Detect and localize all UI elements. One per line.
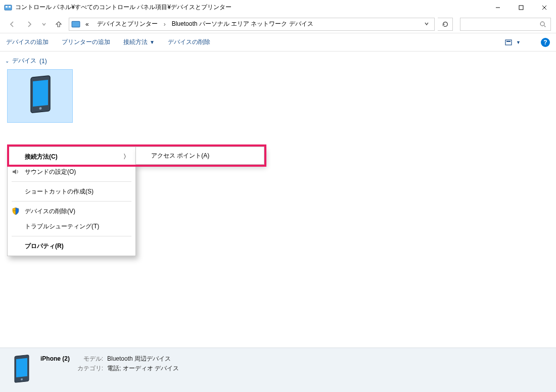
details-info: iPhone (2) モデル: Bluetooth 周辺デバイス カテゴリ: 電… <box>40 352 179 373</box>
window-controls <box>486 0 556 15</box>
up-button[interactable] <box>52 17 66 31</box>
device-item-iphone[interactable] <box>7 69 73 123</box>
window-title: コントロール パネル¥すべてのコントロール パネル項目¥デバイスとプリンター <box>15 3 486 12</box>
cmd-connect-using[interactable]: 接続方法 ▼ <box>123 38 155 46</box>
menu-item-label: サウンドの設定(O) <box>25 168 76 176</box>
group-label: デバイス <box>12 57 36 65</box>
svg-rect-16 <box>16 358 27 377</box>
menu-item-label: 接続方法(C) <box>25 153 58 161</box>
breadcrumb-item-bluetooth-pan[interactable]: Bluetooth パーソナル エリア ネットワーク デバイス <box>169 18 316 30</box>
device-list <box>0 67 556 125</box>
menu-item-remove-device[interactable]: デバイスの削除(V) <box>8 204 135 219</box>
speaker-icon <box>12 168 20 176</box>
svg-point-8 <box>540 22 544 26</box>
menu-item-label: トラブルシューティング(T) <box>25 222 99 231</box>
group-header-devices[interactable]: ⌄ デバイス (1) <box>0 52 556 67</box>
control-panel-icon <box>4 4 12 12</box>
view-options-button[interactable]: ▼ <box>505 39 521 46</box>
details-category-value: 電話; オーディオ デバイス <box>107 364 179 373</box>
svg-rect-13 <box>33 80 48 107</box>
menu-item-label: デバイスの削除(V) <box>25 207 75 216</box>
svg-rect-4 <box>519 6 523 10</box>
cmd-remove-device[interactable]: デバイスの削除 <box>168 38 210 46</box>
titlebar: コントロール パネル¥すべてのコントロール パネル項目¥デバイスとプリンター <box>0 0 556 15</box>
smartphone-icon <box>12 355 32 385</box>
menu-item-label: ショートカットの作成(S) <box>25 187 94 196</box>
help-button[interactable]: ? <box>541 38 550 47</box>
chevron-down-icon: ⌄ <box>5 58 9 64</box>
nav-row: « デバイスとプリンター › Bluetooth パーソナル エリア ネットワー… <box>0 15 556 33</box>
chevron-down-icon: ▼ <box>516 40 521 45</box>
shield-icon <box>12 207 20 215</box>
recent-locations-button[interactable] <box>39 17 49 31</box>
minimize-button[interactable] <box>486 0 509 15</box>
group-count: (1) <box>39 58 47 65</box>
back-button[interactable] <box>5 17 19 31</box>
address-dropdown-button[interactable] <box>421 21 432 28</box>
search-icon <box>539 21 546 28</box>
menu-item-label: プロパティ(R) <box>25 242 64 251</box>
address-bar[interactable]: « デバイスとプリンター › Bluetooth パーソナル エリア ネットワー… <box>69 18 435 31</box>
details-model-value: Bluetooth 周辺デバイス <box>107 354 171 364</box>
menu-divider <box>12 236 131 236</box>
context-menu: 接続方法(C) 〉 サウンドの設定(O) ショートカットの作成(S) デバイスの… <box>7 146 136 256</box>
svg-rect-7 <box>72 21 80 27</box>
details-category-label: カテゴリ: <box>77 364 103 373</box>
search-box[interactable] <box>460 18 551 31</box>
details-model-label: モデル: <box>77 354 103 364</box>
submenu-item-access-point[interactable]: アクセス ポイント(A) <box>151 152 209 160</box>
location-icon <box>71 20 80 29</box>
details-thumbnail <box>10 352 33 387</box>
breadcrumb-separator: › <box>163 21 167 28</box>
breadcrumb-item-devices-printers[interactable]: デバイスとプリンター <box>94 18 161 30</box>
refresh-button[interactable] <box>438 18 453 31</box>
svg-rect-10 <box>505 40 512 45</box>
cmd-connect-using-label: 接続方法 <box>123 38 148 46</box>
forward-button[interactable] <box>22 17 36 31</box>
menu-divider <box>12 201 131 202</box>
command-bar: デバイスの追加 プリンターの追加 接続方法 ▼ デバイスの削除 ▼ ? <box>0 33 556 52</box>
menu-item-troubleshoot[interactable]: トラブルシューティング(T) <box>8 219 135 234</box>
menu-item-sound-settings[interactable]: サウンドの設定(O) <box>8 164 135 179</box>
breadcrumb-prefix: « <box>82 18 92 30</box>
svg-rect-2 <box>9 6 11 8</box>
chevron-down-icon: ▼ <box>150 39 155 45</box>
cmd-add-printer[interactable]: プリンターの追加 <box>62 38 110 46</box>
svg-rect-1 <box>6 6 8 8</box>
close-button[interactable] <box>533 0 556 15</box>
menu-item-create-shortcut[interactable]: ショートカットの作成(S) <box>8 184 135 199</box>
maximize-button[interactable] <box>509 0 533 15</box>
menu-item-properties[interactable]: プロパティ(R) <box>8 238 135 254</box>
cmd-add-device[interactable]: デバイスの追加 <box>6 38 49 46</box>
smartphone-icon <box>24 73 56 119</box>
submenu: アクセス ポイント(A) <box>135 146 264 165</box>
svg-line-9 <box>544 25 546 27</box>
details-device-name: iPhone (2) <box>40 355 70 362</box>
details-pane: iPhone (2) モデル: Bluetooth 周辺デバイス カテゴリ: 電… <box>0 348 556 392</box>
menu-item-connect-using[interactable]: 接続方法(C) 〉 <box>8 149 135 164</box>
chevron-right-icon: 〉 <box>123 153 129 161</box>
svg-rect-11 <box>506 41 511 42</box>
menu-divider <box>12 181 131 182</box>
